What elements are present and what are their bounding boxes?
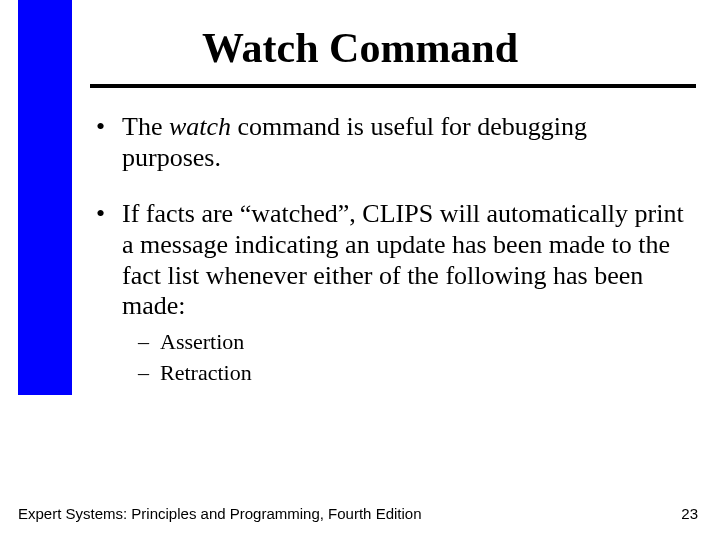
sub-bullet-item: Retraction (138, 359, 692, 387)
slide: Watch Command The watch command is usefu… (0, 0, 720, 540)
bullet-text-italic: watch (169, 112, 231, 141)
bullet-item: If facts are “watched”, CLIPS will autom… (96, 199, 692, 386)
sub-bullet-item: Assertion (138, 328, 692, 356)
footer-source: Expert Systems: Principles and Programmi… (18, 505, 422, 522)
page-number: 23 (681, 505, 698, 522)
bullet-text: If facts are “watched”, CLIPS will autom… (122, 199, 684, 320)
title-underline (90, 84, 696, 88)
bullet-item: The watch command is useful for debuggin… (96, 112, 692, 173)
bullet-text-prefix: The (122, 112, 169, 141)
sub-bullet-text: Retraction (160, 360, 252, 385)
slide-title: Watch Command (0, 24, 720, 72)
content-area: The watch command is useful for debuggin… (96, 112, 692, 412)
sub-list: Assertion Retraction (138, 328, 692, 386)
sub-bullet-text: Assertion (160, 329, 244, 354)
